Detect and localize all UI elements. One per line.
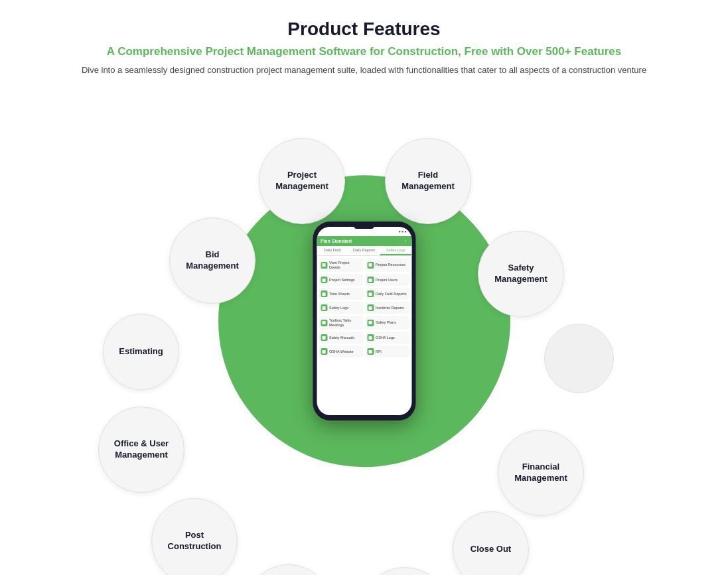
page-wrapper: Product Features A Comprehensive Project… [0, 0, 728, 566]
phone-item-icon-2 [367, 262, 374, 269]
bubble-estimating[interactable]: Estimating [103, 314, 179, 390]
phone-item-4[interactable]: Project Users [365, 274, 409, 286]
phone-tab-daily-reports[interactable]: Daily Reports [348, 246, 380, 255]
diagram-area: ProjectManagement FieldManagement BidMan… [0, 88, 728, 566]
page-subtitle: A Comprehensive Project Management Softw… [13, 45, 715, 58]
phone-item-14[interactable]: RFI [365, 346, 409, 357]
phone-tab-daily-field[interactable]: Daily Field [317, 246, 348, 255]
page-description: Dive into a seamlessly designed construc… [66, 65, 663, 75]
phone-item-icon-3 [321, 277, 327, 283]
phone-item-icon-4 [367, 277, 374, 283]
bubble-safety-management[interactable]: SafetyManagement [478, 231, 564, 317]
svg-rect-9 [369, 321, 372, 324]
bubble-report-analytics[interactable]: Report &Analytics [362, 567, 448, 575]
phone-item-7[interactable]: Safety Logs [319, 302, 363, 314]
phone-item-icon-8 [367, 304, 374, 311]
phone-tab-safety-logs[interactable]: Safety Logs [380, 246, 411, 255]
phone-item-10[interactable]: Safety Plans [365, 316, 409, 330]
svg-rect-10 [323, 336, 326, 340]
phone-item-icon-10 [367, 320, 374, 326]
svg-rect-12 [323, 350, 326, 353]
phone-item-icon-14 [367, 348, 374, 355]
page-header: Product Features A Comprehensive Project… [0, 0, 728, 82]
phone-item-11[interactable]: Safety Manuals [319, 332, 363, 344]
svg-rect-5 [369, 292, 372, 296]
phone-item-icon-12 [367, 334, 374, 341]
phone-notch [354, 224, 374, 229]
phone-item-1[interactable]: View Project Details [319, 258, 363, 272]
page-title: Product Features [13, 19, 715, 40]
bubble-close-out[interactable]: Close Out [453, 511, 529, 575]
phone-item-icon-11 [321, 334, 327, 341]
phone-item-12[interactable]: OSHA Logs [365, 332, 409, 344]
bubble-field-management[interactable]: FieldManagement [385, 138, 471, 224]
svg-rect-7 [369, 306, 372, 310]
svg-rect-4 [323, 292, 326, 296]
phone-item-icon-5 [321, 290, 327, 297]
phone-item-icon-13 [321, 348, 327, 355]
phone-item-9[interactable]: Toolbox Talks Meetings [319, 316, 363, 330]
phone-mockup: ●●● Plan Standard ⋮ Daily Field Daily Re… [313, 222, 415, 420]
phone-item-5[interactable]: Time Sheets [319, 288, 363, 300]
svg-rect-1 [369, 263, 372, 267]
svg-rect-11 [369, 336, 372, 340]
phone-app-header: Plan Standard ⋮ [317, 236, 411, 246]
svg-rect-8 [323, 321, 326, 324]
bubble-bid-management[interactable]: BidManagement [169, 218, 255, 304]
svg-rect-6 [323, 306, 326, 310]
phone-screen: ●●● Plan Standard ⋮ Daily Field Daily Re… [317, 227, 411, 415]
bubble-project-management[interactable]: ProjectManagement [259, 138, 345, 224]
bubble-office-user-management[interactable]: Office & UserManagement [98, 407, 184, 493]
phone-tabs: Daily Field Daily Reports Safety Logs [317, 246, 411, 256]
phone-item-13[interactable]: OSHA Website [319, 346, 363, 357]
phone-item-icon-7 [321, 304, 327, 311]
bubble-product-integration[interactable]: ProductIntegration [246, 564, 332, 575]
decorative-bubble-1 [544, 324, 614, 393]
svg-rect-2 [323, 279, 326, 282]
phone-item-3[interactable]: Project Settings [319, 274, 363, 286]
bubble-financial-management[interactable]: FinancialManagement [498, 430, 584, 516]
phone-item-icon-1 [321, 262, 327, 269]
phone-body: ●●● Plan Standard ⋮ Daily Field Daily Re… [313, 222, 415, 420]
phone-item-6[interactable]: Daily Field Reports [365, 288, 409, 300]
phone-item-8[interactable]: Incidents Reports [365, 302, 409, 314]
phone-item-icon-6 [367, 290, 374, 297]
bubble-post-construction[interactable]: PostConstruction [151, 498, 238, 575]
svg-rect-3 [369, 279, 372, 282]
phone-item-icon-9 [321, 320, 327, 326]
phone-item-2[interactable]: Project Resources [365, 258, 409, 272]
svg-rect-13 [369, 350, 372, 353]
svg-rect-0 [323, 263, 326, 267]
phone-menu-grid: View Project Details Project Resources [317, 256, 411, 359]
